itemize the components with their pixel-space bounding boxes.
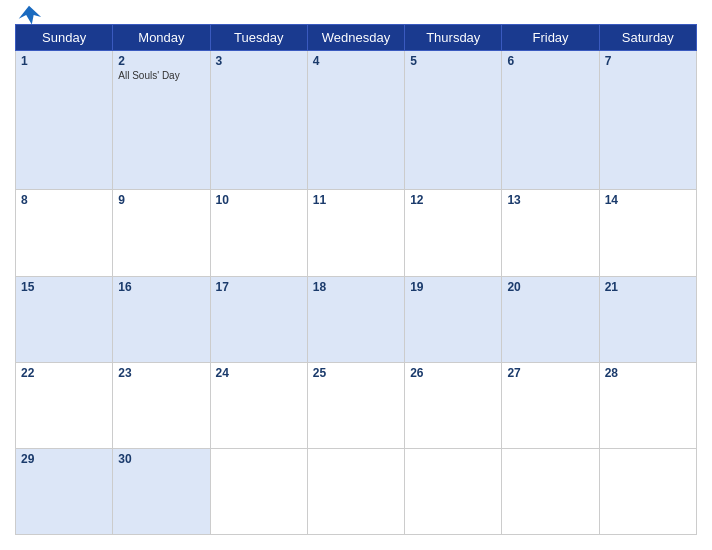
day-number: 17 [216,280,302,294]
holiday-label: All Souls' Day [118,70,204,81]
calendar-week-row: 15161718192021 [16,276,697,362]
calendar-cell: 1 [16,51,113,190]
calendar-cell: 14 [599,190,696,276]
day-number: 16 [118,280,204,294]
day-number: 8 [21,193,107,207]
calendar-cell: 24 [210,362,307,448]
calendar-cell: 5 [405,51,502,190]
weekday-header-saturday: Saturday [599,25,696,51]
day-number: 15 [21,280,107,294]
day-number: 12 [410,193,496,207]
calendar-cell: 3 [210,51,307,190]
day-number: 13 [507,193,593,207]
calendar-cell: 21 [599,276,696,362]
calendar-cell: 17 [210,276,307,362]
calendar-table: SundayMondayTuesdayWednesdayThursdayFrid… [15,24,697,535]
day-number: 20 [507,280,593,294]
calendar-cell [210,448,307,534]
day-number: 9 [118,193,204,207]
calendar-cell [405,448,502,534]
day-number: 24 [216,366,302,380]
calendar-cell: 23 [113,362,210,448]
calendar-cell: 20 [502,276,599,362]
calendar-week-row: 2930 [16,448,697,534]
day-number: 19 [410,280,496,294]
calendar-cell: 4 [307,51,404,190]
weekday-header-friday: Friday [502,25,599,51]
calendar-cell: 16 [113,276,210,362]
calendar-cell: 28 [599,362,696,448]
day-number: 21 [605,280,691,294]
day-number: 6 [507,54,593,68]
day-number: 7 [605,54,691,68]
day-number: 26 [410,366,496,380]
calendar-cell [502,448,599,534]
calendar-cell: 25 [307,362,404,448]
calendar-cell: 12 [405,190,502,276]
calendar-cell: 15 [16,276,113,362]
calendar-header [15,10,697,20]
day-number: 30 [118,452,204,466]
calendar-cell: 7 [599,51,696,190]
calendar-cell [599,448,696,534]
weekday-header-thursday: Thursday [405,25,502,51]
calendar-week-row: 12All Souls' Day34567 [16,51,697,190]
day-number: 22 [21,366,107,380]
day-number: 11 [313,193,399,207]
day-number: 4 [313,54,399,68]
weekday-header-monday: Monday [113,25,210,51]
day-number: 5 [410,54,496,68]
day-number: 25 [313,366,399,380]
calendar-cell [307,448,404,534]
calendar-week-row: 891011121314 [16,190,697,276]
day-number: 27 [507,366,593,380]
logo-bird-icon [15,2,43,30]
calendar-cell: 22 [16,362,113,448]
weekday-header-wednesday: Wednesday [307,25,404,51]
calendar-cell: 26 [405,362,502,448]
day-number: 29 [21,452,107,466]
day-number: 3 [216,54,302,68]
day-number: 28 [605,366,691,380]
calendar-cell: 29 [16,448,113,534]
day-number: 14 [605,193,691,207]
calendar-cell: 10 [210,190,307,276]
calendar-cell: 18 [307,276,404,362]
calendar-cell: 19 [405,276,502,362]
day-number: 18 [313,280,399,294]
calendar-cell: 8 [16,190,113,276]
calendar-cell: 6 [502,51,599,190]
calendar-cell: 13 [502,190,599,276]
calendar-cell: 11 [307,190,404,276]
calendar-cell: 27 [502,362,599,448]
day-number: 10 [216,193,302,207]
calendar-cell: 30 [113,448,210,534]
calendar-cell: 2All Souls' Day [113,51,210,190]
logo [15,2,47,30]
day-number: 23 [118,366,204,380]
weekday-header-tuesday: Tuesday [210,25,307,51]
calendar-week-row: 22232425262728 [16,362,697,448]
svg-marker-0 [19,6,41,25]
weekday-header-row: SundayMondayTuesdayWednesdayThursdayFrid… [16,25,697,51]
calendar-cell: 9 [113,190,210,276]
day-number: 1 [21,54,107,68]
day-number: 2 [118,54,204,68]
